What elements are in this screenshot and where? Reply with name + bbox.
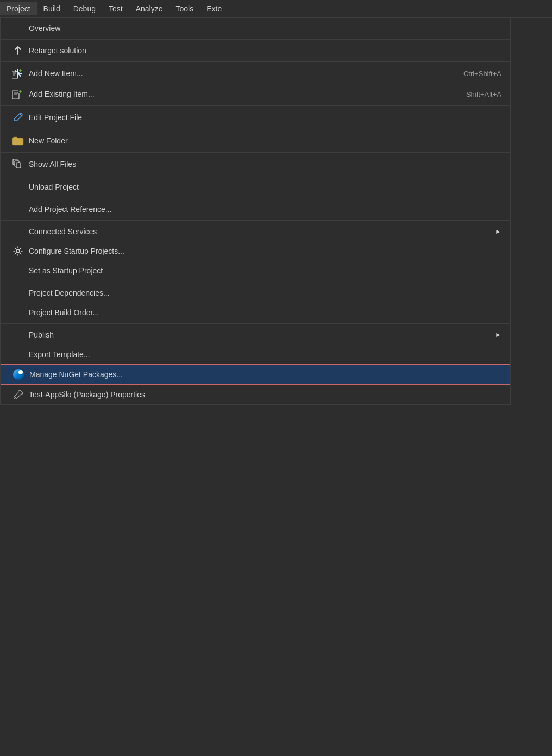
menu-item-set-startup[interactable]: Set as Startup Project [1,261,510,280]
divider [1,152,510,153]
add-new-item-icon [9,67,27,79]
submenu-arrow-publish-icon: ► [495,331,501,339]
menu-item-unload-project[interactable]: Unload Project [1,177,510,197]
gear-icon [9,246,27,257]
divider [1,129,510,129]
add-existing-item-icon [9,88,27,100]
submenu-arrow-icon: ► [495,228,501,235]
wrench-icon [9,389,27,400]
menu-item-add-existing-item[interactable]: Add Existing Item... Shift+Alt+A [1,84,510,104]
menu-bar: Project Build Debug Test Analyze Tools E… [0,0,552,18]
nuget-icon [10,369,27,380]
divider [1,105,510,106]
menubar-item-build[interactable]: Build [37,2,67,15]
menubar-item-project[interactable]: Project [0,2,37,15]
new-folder-icon [9,135,27,147]
menu-item-export-template[interactable]: Export Template... [1,345,510,364]
retarget-icon [9,45,27,56]
menu-item-add-new-item[interactable]: Add New Item... Ctrl+Shift+A [1,63,510,84]
divider [1,61,510,62]
menu-item-test-appsilo-properties[interactable]: Test-AppSilo (Package) Properties [1,385,510,404]
svg-rect-14 [16,163,21,168]
menu-item-manage-nuget[interactable]: Manage NuGet Packages... [1,364,510,385]
divider [1,198,510,198]
menu-item-edit-project-file[interactable]: Edit Project File [1,107,510,128]
project-menu: Overview Retarget solution [0,18,511,405]
menu-item-show-all-files[interactable]: Show All Files [1,154,510,174]
menubar-item-debug[interactable]: Debug [67,2,102,15]
show-all-files-icon [9,158,27,170]
svg-point-16 [15,397,16,398]
menu-item-add-project-reference[interactable]: Add Project Reference... [1,199,510,219]
edit-project-file-icon [9,111,27,123]
divider [1,282,510,282]
menubar-item-test[interactable]: Test [102,2,129,15]
divider [1,176,510,176]
divider [1,220,510,221]
menubar-item-extensions[interactable]: Exte [200,2,228,15]
menu-item-project-dependencies[interactable]: Project Dependencies... [1,283,510,303]
menu-item-new-folder[interactable]: New Folder [1,130,510,151]
divider [1,323,510,324]
menu-item-retarget[interactable]: Retarget solution [1,41,510,60]
menu-item-publish[interactable]: Publish ► [1,325,510,345]
menu-item-project-build-order[interactable]: Project Build Order... [1,303,510,322]
divider [1,39,510,40]
menu-item-connected-services[interactable]: Connected Services ► [1,222,510,241]
menubar-item-tools[interactable]: Tools [169,2,200,15]
menu-item-configure-startup[interactable]: Configure Startup Projects... [1,241,510,261]
menu-item-overview[interactable]: Overview [1,18,510,38]
menubar-item-analyze[interactable]: Analyze [129,2,170,15]
svg-point-15 [16,249,20,253]
